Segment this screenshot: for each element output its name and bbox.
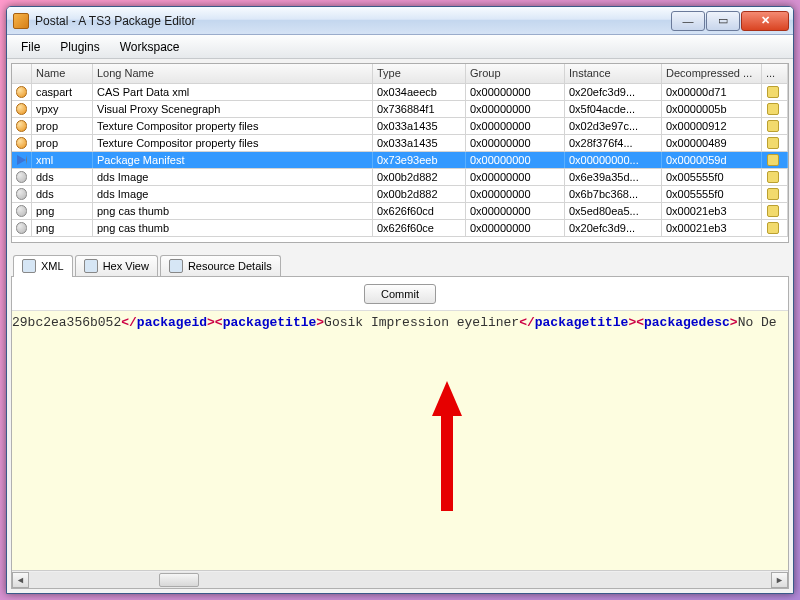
resource-flag-icon [767, 86, 779, 98]
xml-angle: < [215, 315, 223, 330]
row-type-icon [12, 152, 32, 168]
cell-decompressed: 0x005555f0 [662, 186, 762, 202]
cell-name: caspart [32, 84, 93, 100]
minimize-button[interactable]: — [671, 11, 705, 31]
row-type-icon [12, 135, 32, 151]
cell-instance: 0x20efc3d9... [565, 84, 662, 100]
maximize-button[interactable]: ▭ [706, 11, 740, 31]
cell-group: 0x00000000 [466, 152, 565, 168]
table-row[interactable]: xmlPackage Manifest0x73e93eeb0x000000000… [12, 152, 788, 169]
table-row[interactable]: ddsdds Image0x00b2d8820x000000000x6e39a3… [12, 169, 788, 186]
col-type[interactable]: Type [373, 64, 466, 83]
xml-editor[interactable]: 29bc2ea356b052</packageid><packagetitle>… [12, 311, 788, 570]
cell-group: 0x00000000 [466, 169, 565, 185]
cell-name: prop [32, 118, 93, 134]
cell-name: vpxy [32, 101, 93, 117]
cell-long-name: Package Manifest [93, 152, 373, 168]
menubar: File Plugins Workspace [7, 35, 793, 59]
xml-angle: > [207, 315, 215, 330]
cell-type: 0x73e93eeb [373, 152, 466, 168]
horizontal-scrollbar[interactable]: ◄ ► [12, 570, 788, 588]
tab-content: Commit 29bc2ea356b052</packageid><packag… [11, 276, 789, 589]
table-row[interactable]: vpxyVisual Proxy Scenegraph0x736884f10x0… [12, 101, 788, 118]
menu-plugins[interactable]: Plugins [50, 37, 109, 57]
commit-button[interactable]: Commit [364, 284, 436, 304]
cell-decompressed: 0x00000489 [662, 135, 762, 151]
table-row[interactable]: propTexture Compositor property files0x0… [12, 135, 788, 152]
cell-end [762, 220, 788, 236]
menu-file[interactable]: File [11, 37, 50, 57]
cell-group: 0x00000000 [466, 186, 565, 202]
cell-type: 0x00b2d882 [373, 186, 466, 202]
scroll-thumb[interactable] [159, 573, 199, 587]
tab-hex-view[interactable]: Hex View [75, 255, 158, 276]
xml-icon [22, 259, 36, 273]
col-name[interactable]: Name [32, 64, 93, 83]
col-group[interactable]: Group [466, 64, 565, 83]
col-icon[interactable] [12, 64, 32, 83]
close-button[interactable]: ✕ [741, 11, 789, 31]
table-row[interactable]: propTexture Compositor property files0x0… [12, 118, 788, 135]
hex-icon [84, 259, 98, 273]
cell-decompressed: 0x005555f0 [662, 169, 762, 185]
cell-decompressed: 0x00021eb3 [662, 220, 762, 236]
scroll-left-button[interactable]: ◄ [12, 572, 29, 588]
cell-long-name: CAS Part Data xml [93, 84, 373, 100]
cell-type: 0x626f60ce [373, 220, 466, 236]
cell-long-name: png cas thumb [93, 220, 373, 236]
cell-group: 0x00000000 [466, 203, 565, 219]
table-row[interactable]: pngpng cas thumb0x626f60cd0x000000000x5e… [12, 203, 788, 220]
scroll-right-button[interactable]: ► [771, 572, 788, 588]
cell-group: 0x00000000 [466, 220, 565, 236]
menu-workspace[interactable]: Workspace [110, 37, 190, 57]
row-type-icon [12, 220, 32, 236]
xml-angle: < [636, 315, 644, 330]
tab-strip: XML Hex View Resource Details [11, 251, 789, 276]
annotation-arrow-icon [432, 381, 462, 511]
row-type-icon [12, 169, 32, 185]
cell-name: prop [32, 135, 93, 151]
tab-xml[interactable]: XML [13, 255, 73, 277]
details-icon [169, 259, 183, 273]
cell-type: 0x736884f1 [373, 101, 466, 117]
window-buttons: — ▭ ✕ [671, 11, 789, 31]
cell-end [762, 84, 788, 100]
cell-long-name: Visual Proxy Scenegraph [93, 101, 373, 117]
resource-flag-icon [767, 222, 779, 234]
table-row[interactable]: caspartCAS Part Data xml0x034aeecb0x0000… [12, 84, 788, 101]
cell-end [762, 152, 788, 168]
cell-long-name: dds Image [93, 169, 373, 185]
app-window: Postal - A TS3 Package Editor — ▭ ✕ File… [6, 6, 794, 594]
col-instance[interactable]: Instance [565, 64, 662, 83]
cell-instance: 0x5f04acde... [565, 101, 662, 117]
resource-grid[interactable]: Name Long Name Type Group Instance Decom… [11, 63, 789, 243]
table-row[interactable]: ddsdds Image0x00b2d8820x000000000x6b7bc3… [12, 186, 788, 203]
cell-decompressed: 0x00000d71 [662, 84, 762, 100]
cell-type: 0x00b2d882 [373, 169, 466, 185]
xml-angle: </ [519, 315, 535, 330]
tab-resource-details[interactable]: Resource Details [160, 255, 281, 276]
cell-instance: 0x02d3e97c... [565, 118, 662, 134]
col-decompressed[interactable]: Decompressed ... [662, 64, 762, 83]
grid-body: caspartCAS Part Data xml0x034aeecb0x0000… [12, 84, 788, 237]
cell-end [762, 101, 788, 117]
table-row[interactable]: pngpng cas thumb0x626f60ce0x000000000x20… [12, 220, 788, 237]
xml-tag-packageid-close: packageid [137, 315, 207, 330]
cell-end [762, 186, 788, 202]
cell-instance: 0x6e39a35d... [565, 169, 662, 185]
tab-label: XML [41, 260, 64, 272]
row-type-icon [12, 203, 32, 219]
xml-angle: </ [121, 315, 137, 330]
grid-header[interactable]: Name Long Name Type Group Instance Decom… [12, 64, 788, 84]
cell-name: xml [32, 152, 93, 168]
xml-angle: > [316, 315, 324, 330]
cell-long-name: png cas thumb [93, 203, 373, 219]
scroll-track[interactable] [29, 572, 771, 588]
cell-decompressed: 0x0000059d [662, 152, 762, 168]
col-long-name[interactable]: Long Name [93, 64, 373, 83]
titlebar[interactable]: Postal - A TS3 Package Editor — ▭ ✕ [7, 7, 793, 35]
col-extra[interactable]: ... [762, 64, 788, 83]
window-title: Postal - A TS3 Package Editor [35, 14, 671, 28]
cell-name: dds [32, 169, 93, 185]
resource-flag-icon [767, 120, 779, 132]
